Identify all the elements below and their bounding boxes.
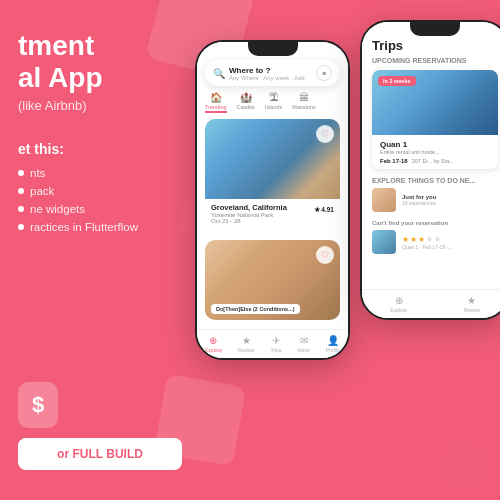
explore-item[interactable]: Just for you 18 experiences (362, 188, 500, 212)
right-review-label: Review (463, 307, 479, 313)
star-row: ★ ★ ★ ★ ★ (402, 235, 452, 244)
category-castles[interactable]: 🏰 Castles (237, 92, 255, 113)
bullet-dot (18, 188, 24, 194)
review-text-block: ★ ★ ★ ★ ★ Quan 1 · Feb 17-18 ·... (402, 235, 452, 250)
property-location-1: Groveland, California (211, 203, 287, 212)
review-item[interactable]: ★ ★ ★ ★ ★ Quan 1 · Feb 17-18 ·... (362, 230, 500, 254)
right-explore-icon: ⊕ (395, 295, 403, 306)
price-text: $ (32, 392, 44, 417)
trip-sub: Entire rental unit hoste... (380, 149, 490, 155)
filter-button[interactable]: ≡ (316, 65, 332, 81)
mansions-icon: 🏛 (299, 92, 309, 103)
phone-left: 🔍 Where to ? Any Where · Any week · Add … (195, 40, 350, 360)
property-dates-1: Oct 23 - 28 (211, 218, 334, 224)
bottom-section: $ or FULL BUILD (18, 382, 182, 470)
upcoming-label: Upcoming reservations (362, 57, 500, 64)
nav-trips[interactable]: ✈ Trips (270, 335, 281, 353)
app-title: tment al App (18, 30, 182, 94)
phone-right-nav: ⊕ Explore ★ Review (362, 289, 500, 318)
nav-profile[interactable]: 👤 Profile (326, 335, 340, 353)
category-trending[interactable]: 🏠 Trending (205, 92, 227, 113)
property-rating-1: ★ 4.91 (314, 206, 334, 214)
phone-notch-left (248, 42, 298, 56)
bullet-dot (18, 170, 24, 176)
inbox-nav-label: Inbox (297, 347, 309, 353)
property-park-1: Yosemite National Park (211, 212, 287, 218)
review-nav-icon: ★ (242, 335, 251, 346)
feature-1: nts (18, 167, 182, 179)
trip-card[interactable]: In 2 weeks Quan 1 Entire rental unit hos… (372, 70, 498, 169)
phones-container: 🔍 Where to ? Any Where · Any week · Add … (195, 20, 500, 360)
property-tag: Do[Then]Else (2 Conditions...) (211, 304, 300, 314)
search-texts: Where to ? Any Where · Any week · Add (229, 66, 312, 81)
bullet-dot (18, 206, 24, 212)
star-1: ★ (402, 235, 409, 244)
property-image-1: ♡ (205, 119, 340, 199)
category-label-trending: Trending (205, 104, 227, 110)
phone-right: Trips Upcoming reservations In 2 weeks Q… (360, 20, 500, 320)
category-label-mansions: Mansions (292, 104, 316, 110)
feature-3: ne widgets (18, 203, 182, 215)
property-info-1: Groveland, California Yosemite National … (205, 199, 340, 228)
nav-explore[interactable]: ⊕ Explore (205, 335, 222, 353)
search-bar[interactable]: 🔍 Where to ? Any Where · Any week · Add … (205, 60, 340, 86)
feature-4: ractices in Flutterflow (18, 221, 182, 233)
trip-info: Quan 1 Entire rental unit hoste... Feb 1… (372, 135, 498, 169)
category-bar: 🏠 Trending 🏰 Castles 🏝 Islands 🏛 Mansion… (197, 92, 348, 113)
property-card-1[interactable]: ♡ Groveland, California Yosemite Nationa… (205, 119, 340, 228)
right-nav-review[interactable]: ★ Review (463, 295, 479, 313)
trip-name: Quan 1 (380, 140, 490, 149)
search-sub: Any Where · Any week · Add (229, 75, 312, 81)
trips-nav-icon: ✈ (272, 335, 280, 346)
nav-review[interactable]: ★ Review (238, 335, 254, 353)
category-mansions[interactable]: 🏛 Mansions (292, 92, 316, 113)
trips-title: Trips (362, 38, 500, 53)
property-meta-1: Groveland, California Yosemite National … (211, 203, 334, 218)
right-review-icon: ★ (467, 295, 476, 306)
explore-nav-icon: ⊕ (209, 335, 217, 346)
left-panel: tment al App (like Airbnb) et this: nts … (0, 0, 200, 500)
price-badge: $ (18, 382, 58, 428)
star-4: ★ (426, 235, 433, 244)
explore-nav-label: Explore (205, 347, 222, 353)
trip-price: 207 Er... by Sta... (412, 158, 454, 164)
trips-nav-label: Trips (270, 347, 281, 353)
search-main: Where to ? (229, 66, 312, 75)
castles-icon: 🏰 (240, 92, 252, 103)
trending-icon: 🏠 (210, 92, 222, 103)
category-islands[interactable]: 🏝 Islands (265, 92, 282, 113)
review-nav-label: Review (238, 347, 254, 353)
bullet-dot (18, 224, 24, 230)
favorite-button-1[interactable]: ♡ (316, 125, 334, 143)
trip-image: In 2 weeks (372, 70, 498, 135)
phone-right-screen: Trips Upcoming reservations In 2 weeks Q… (362, 22, 500, 318)
explore-text-block: Just for you 18 experiences (402, 194, 436, 206)
explore-label: Explore things to do ne... (362, 177, 500, 184)
right-nav-explore[interactable]: ⊕ Explore (390, 295, 407, 313)
review-thumb (372, 230, 396, 254)
nav-inbox[interactable]: ✉ Inbox (297, 335, 309, 353)
phone-left-nav: ⊕ Explore ★ Review ✈ Trips ✉ Inbox 👤 (197, 329, 348, 358)
cta-button[interactable]: or FULL BUILD (18, 438, 182, 470)
star-5: ★ (434, 235, 441, 244)
review-sub: Quan 1 · Feb 17-18 ·... (402, 244, 452, 250)
trip-badge: In 2 weeks (378, 76, 416, 86)
category-label-islands: Islands (265, 104, 282, 110)
star-3: ★ (418, 235, 425, 244)
profile-nav-icon: 👤 (327, 335, 339, 346)
property-card-2[interactable]: ♡ Do[Then]Else (2 Conditions...) (205, 240, 340, 320)
phone-left-screen: 🔍 Where to ? Any Where · Any week · Add … (197, 42, 348, 358)
feature-2: pack (18, 185, 182, 197)
features-label: et this: (18, 141, 182, 157)
cant-find: Can't find your reservation (362, 220, 500, 226)
category-label-castles: Castles (237, 104, 255, 110)
inbox-nav-icon: ✉ (300, 335, 308, 346)
filter-icon: ≡ (322, 70, 326, 77)
active-underline (205, 111, 227, 113)
favorite-button-2[interactable]: ♡ (316, 246, 334, 264)
profile-nav-label: Profile (326, 347, 340, 353)
explore-thumb (372, 188, 396, 212)
property-image-2: ♡ Do[Then]Else (2 Conditions...) (205, 240, 340, 320)
search-icon: 🔍 (213, 68, 225, 79)
right-explore-label: Explore (390, 307, 407, 313)
